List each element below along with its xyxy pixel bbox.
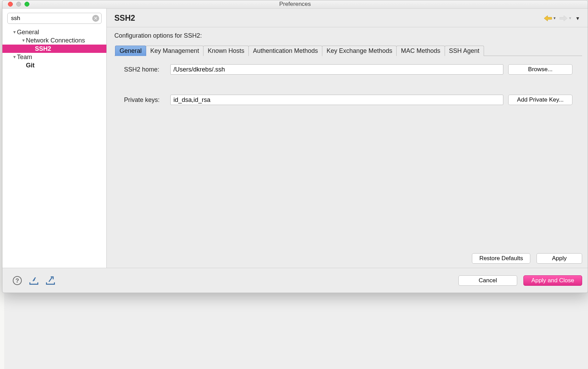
help-icon: ? <box>12 276 22 285</box>
page-description: Configuration options for SSH2: <box>114 32 588 39</box>
export-prefs-button[interactable] <box>45 275 56 286</box>
tab-label: Key Exchange Methods <box>326 47 392 54</box>
tab-label: Key Management <box>150 47 199 54</box>
content-actions: Restore Defaults Apply <box>114 253 588 268</box>
row-private-keys: Private keys: Add Private Key... <box>124 95 572 105</box>
tree-item-label: General <box>17 29 39 36</box>
titlebar: Preferences <box>2 0 588 9</box>
tree-item-label: SSH2 <box>35 45 51 53</box>
tree-item-network-connections[interactable]: ▼ Network Connections <box>2 36 106 45</box>
filter-search-box[interactable]: ✕ <box>7 13 102 24</box>
arrow-right-icon <box>559 15 568 22</box>
browse-button[interactable]: Browse... <box>508 64 572 75</box>
page-menu-button[interactable]: ▼ <box>574 16 581 21</box>
apply-button[interactable]: Apply <box>537 253 582 264</box>
add-private-key-button[interactable]: Add Private Key... <box>508 95 572 105</box>
tree-item-label: Git <box>26 62 35 69</box>
nav-back-button[interactable]: ▼ <box>543 14 557 23</box>
tab-panel-general: SSH2 home: Browse... Private keys: Add P… <box>114 56 582 253</box>
tree-item-team[interactable]: ▼ Team <box>2 53 106 61</box>
sidebar: ✕ ▼ General ▼ Network Connections SSH2 ▼… <box>2 9 107 268</box>
tree-item-label: Network Connections <box>26 37 85 44</box>
tree-item-general[interactable]: ▼ General <box>2 28 106 36</box>
private-keys-input[interactable] <box>170 95 503 105</box>
help-button[interactable]: ? <box>12 275 22 286</box>
disclosure-triangle-icon[interactable]: ▼ <box>21 38 26 43</box>
window-title: Preferences <box>2 1 588 8</box>
restore-defaults-button[interactable]: Restore Defaults <box>472 253 530 264</box>
tab-label: Known Hosts <box>208 47 244 54</box>
tab-key-management[interactable]: Key Management <box>146 46 203 56</box>
svg-line-2 <box>33 277 35 281</box>
disclosure-triangle-icon[interactable]: ▼ <box>12 55 17 59</box>
page-title: SSH2 <box>114 13 539 23</box>
filter-search-input[interactable] <box>11 15 92 22</box>
tree-item-ssh2[interactable]: SSH2 <box>2 45 106 53</box>
svg-line-3 <box>49 277 52 282</box>
import-icon <box>29 276 39 285</box>
preferences-tree: ▼ General ▼ Network Connections SSH2 ▼ T… <box>2 28 106 69</box>
clear-search-icon[interactable]: ✕ <box>92 15 99 22</box>
tab-authentication-methods[interactable]: Authentication Methods <box>248 46 322 56</box>
arrow-left-icon <box>543 15 552 22</box>
private-keys-label: Private keys: <box>124 96 165 104</box>
tree-item-git[interactable]: ▼ Git <box>2 61 106 69</box>
history-nav: ▼ ▼ ▼ <box>543 14 581 23</box>
tab-known-hosts[interactable]: Known Hosts <box>203 46 249 56</box>
ssh2-home-input[interactable] <box>170 64 503 75</box>
dropdown-triangle-icon: ▼ <box>568 16 572 20</box>
tab-label: SSH Agent <box>449 47 480 54</box>
dropdown-triangle-icon: ▼ <box>553 16 556 20</box>
preferences-window: Preferences ✕ ▼ General ▼ Network Connec… <box>2 0 588 293</box>
tree-item-label: Team <box>17 54 32 61</box>
tab-label: MAC Methods <box>401 47 440 54</box>
tab-label: General <box>120 47 142 54</box>
content-header: SSH2 ▼ ▼ ▼ <box>107 9 588 27</box>
row-ssh2-home: SSH2 home: Browse... <box>124 64 572 75</box>
svg-text:?: ? <box>16 277 19 284</box>
tab-key-exchange-methods[interactable]: Key Exchange Methods <box>322 46 397 56</box>
content-body: Configuration options for SSH2: General … <box>107 27 588 268</box>
tab-label: Authentication Methods <box>253 47 318 54</box>
export-icon <box>45 276 56 285</box>
tab-bar: General Key Management Known Hosts Authe… <box>115 46 586 56</box>
ssh2-home-label: SSH2 home: <box>124 66 165 73</box>
nav-forward-button: ▼ <box>558 14 572 23</box>
import-prefs-button[interactable] <box>29 275 39 286</box>
disclosure-triangle-icon[interactable]: ▼ <box>12 30 17 35</box>
dialog-footer: ? Cancel Apply and Close <box>2 268 588 293</box>
cancel-button[interactable]: Cancel <box>458 275 517 286</box>
content-pane: SSH2 ▼ ▼ ▼ <box>107 9 588 268</box>
apply-and-close-button[interactable]: Apply and Close <box>523 275 582 286</box>
tab-ssh-agent[interactable]: SSH Agent <box>445 46 484 56</box>
tab-mac-methods[interactable]: MAC Methods <box>396 46 445 56</box>
tab-general[interactable]: General <box>115 46 146 56</box>
